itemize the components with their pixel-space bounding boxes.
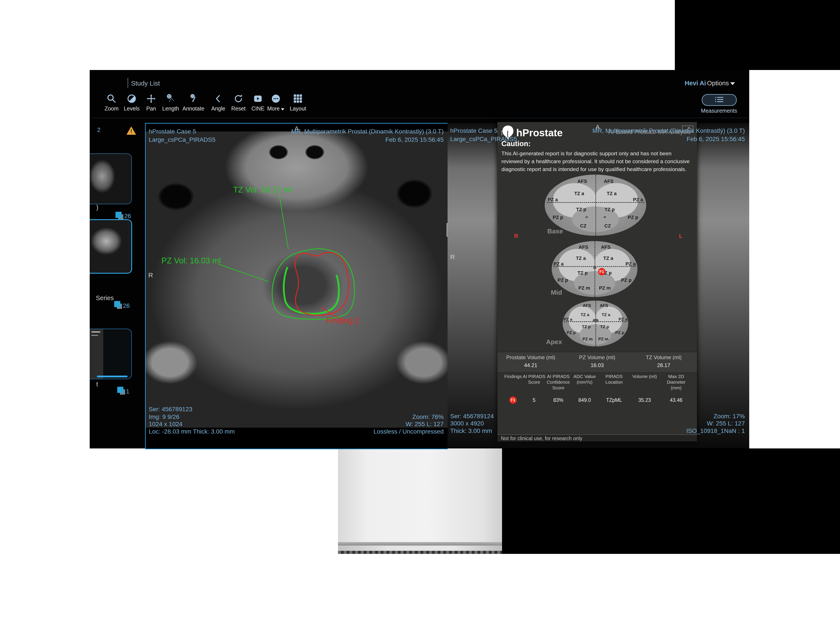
sector-label: PZ a xyxy=(625,261,635,267)
sector-label: TZ a xyxy=(576,256,586,261)
options-menu[interactable]: Options xyxy=(707,80,729,87)
viewport-axial[interactable]: TZ Vol: 28.17 ml PZ Vol: 16.03 ml Findin… xyxy=(145,123,448,449)
findings-cell: F1 xyxy=(504,396,523,404)
tool-annotate[interactable]: Annotate xyxy=(180,94,207,112)
volume-header: Prostate Volume (ml) xyxy=(497,354,564,360)
sector-label: PZ p xyxy=(557,277,568,283)
sidebar-top-badge: 2 xyxy=(97,126,101,133)
compression-label: ISO_10918_1NaN : 1 xyxy=(686,428,745,434)
zoom-level: Zoom: 76% xyxy=(412,414,444,420)
study-datetime: Feb 6, 2025 15:56:45 xyxy=(687,136,745,143)
sector-label: PZ a xyxy=(564,317,572,322)
monitor-stand xyxy=(338,448,502,554)
thumbnail-image xyxy=(90,220,131,273)
sector-label: PZ p xyxy=(615,330,624,335)
sector-label: PZ a xyxy=(548,197,558,202)
tool-length[interactable]: Length xyxy=(158,94,184,112)
document-thumbnail xyxy=(90,329,103,379)
volume-column: TZ Volume (ml)28.17 xyxy=(630,352,697,372)
tool-label: Annotate xyxy=(180,106,207,112)
series-number: Ser: 456789124 xyxy=(450,413,494,420)
sector-label: TZ p xyxy=(576,207,586,212)
sector-diagram-apex: AFSAFSTZ aTZ aPZ aPZ aTZ pTZ pPZ pPZ pPZ… xyxy=(563,300,628,346)
warning-icon: ! xyxy=(126,126,136,135)
sector-label: TZ a xyxy=(581,313,589,317)
sector-label: AFS xyxy=(601,244,611,250)
decor-black-top-right xyxy=(675,0,840,70)
window-level: W: 255 L: 127 xyxy=(406,421,444,428)
findings-cell: 35.23 xyxy=(630,397,659,403)
sector-diagram-mid: AFSAFSTZ aTZ aPZ aPZ aTZ pTZ pPZ pPZ pPZ… xyxy=(552,241,638,297)
sector-label: TZ p xyxy=(600,324,609,329)
series-thumbnail-1[interactable] xyxy=(90,153,132,204)
sector-label: AFS xyxy=(604,178,613,184)
case-label: hProstate Case 5 xyxy=(450,127,497,134)
series-thumbnail-3[interactable] xyxy=(90,328,132,379)
sector-label: CZ xyxy=(605,223,611,229)
image-matrix: 3000 x 4920 xyxy=(450,420,484,427)
image-stack-icon xyxy=(117,387,126,395)
tool-layout[interactable]: Layout xyxy=(285,94,311,112)
study-list-link[interactable]: Study List xyxy=(131,80,160,87)
measurements-button[interactable] xyxy=(702,94,737,106)
series-group-label: Series xyxy=(96,294,114,302)
orientation-marker-r: R xyxy=(148,272,153,279)
toolbar-divider xyxy=(90,118,749,118)
case-label: hProstate Case 5 xyxy=(149,128,196,135)
decor-black-bottom-right xyxy=(502,448,840,554)
orientation-marker-r: R xyxy=(450,253,455,261)
sector-label: PZ m xyxy=(598,337,608,341)
series-thumbnail-2-selected[interactable] xyxy=(90,219,132,274)
findings-header: Findings xyxy=(504,374,523,391)
volume-value: 44.21 xyxy=(497,362,564,368)
findings-table: FindingsAI PIRADS ScoreAI PIRADS Confide… xyxy=(504,374,693,404)
sector-label: PZ a xyxy=(619,317,627,322)
diagram-label-mid: Mid xyxy=(551,289,562,296)
findings-header: ADC Value (mm²/s) xyxy=(571,374,598,391)
tool-label: Layout xyxy=(285,106,311,112)
study-datetime: Feb 6, 2025 15:56:45 xyxy=(385,136,444,143)
sector-label: TZ a xyxy=(602,313,610,317)
sector-label: TZ p xyxy=(582,324,591,329)
sector-label: TZ a xyxy=(607,191,617,196)
orientation-left: L xyxy=(679,233,683,240)
thumbnail-scrollbar[interactable] xyxy=(97,376,128,377)
tool-label: Length xyxy=(158,106,184,112)
app-window: Study List Hevi Ai Options ZoomLevelsPan… xyxy=(90,70,749,448)
findings-cell: 83% xyxy=(546,397,571,403)
volume-value: 28.17 xyxy=(630,362,697,368)
thumbnail-image xyxy=(90,154,131,204)
chevron-down-icon xyxy=(281,108,284,111)
thumbnail-3-caption: t xyxy=(96,381,98,388)
diagram-label-base: Base xyxy=(547,227,563,235)
finding-annotation: Finding 1 xyxy=(326,316,360,325)
image-matrix: 1024 x 1024 xyxy=(149,421,182,428)
findings-header: PIRADS Location xyxy=(598,374,630,391)
sector-label: PZ a xyxy=(633,197,643,202)
study-description: MR, Multiparametrik Prostat (Dinamik Kon… xyxy=(592,127,745,134)
series-number: Ser: 456789123 xyxy=(149,406,192,413)
image-stack-icon xyxy=(114,301,123,310)
findings-header: AI PIRADS Score xyxy=(523,374,546,391)
volume-header: PZ Volume (ml) xyxy=(564,354,630,360)
user-label: Hevi Ai xyxy=(685,80,706,87)
finding-badge[interactable]: F1 xyxy=(509,396,517,404)
page-canvas: Study List Hevi Ai Options ZoomLevelsPan… xyxy=(0,0,840,630)
sector-label: TZ a xyxy=(574,191,584,196)
findings-cell: 43.46 xyxy=(659,397,693,403)
sector-label: PZ m xyxy=(583,337,592,341)
annotate-icon xyxy=(180,94,207,104)
doc-count: 1 xyxy=(126,388,129,395)
volume-column: PZ Volume (ml)16.03 xyxy=(564,352,630,372)
disclaimer-text: Not for clinical use, for research only xyxy=(501,436,582,441)
measurements-label: Measurements xyxy=(690,107,748,114)
sector-diagram-base: AFSAFSTZ aTZ aPZ aPZ aTZ pTZ pPZ pPZ pCZ… xyxy=(545,175,646,236)
finding-1-marker[interactable]: F1 xyxy=(598,268,605,275)
sector-label: PZ p xyxy=(553,215,563,220)
sector-label: TZ p xyxy=(605,207,615,212)
volume-header: TZ Volume (ml) xyxy=(630,354,697,360)
findings-cell: TZpML xyxy=(598,397,630,403)
chevron-down-icon xyxy=(730,82,735,85)
volume-value: 16.03 xyxy=(564,362,630,368)
findings-cell: 5 xyxy=(523,397,546,403)
